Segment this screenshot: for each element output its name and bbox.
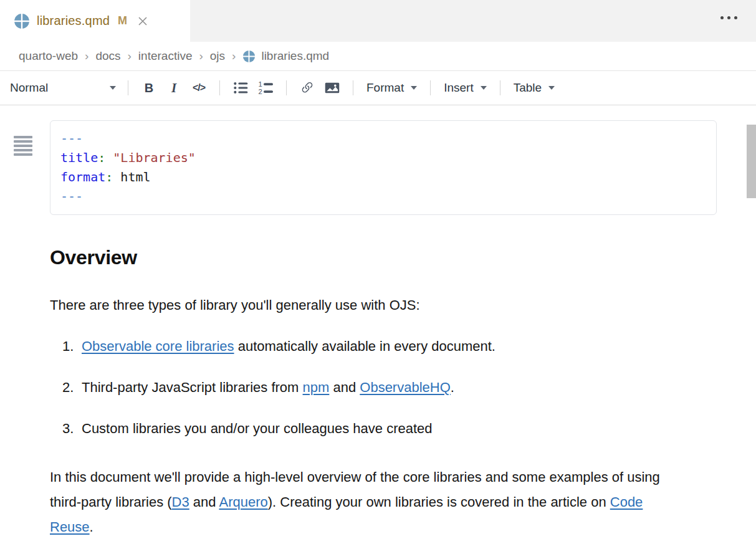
chevron-right-icon: › <box>199 49 203 63</box>
yaml-delimiter: --- <box>60 131 83 146</box>
breadcrumb-item-interactive[interactable]: interactive <box>138 49 193 63</box>
intro-paragraph: There are three types of library you'll … <box>50 297 706 314</box>
yaml-key-title: title <box>60 150 98 165</box>
insert-menu-label: Insert <box>444 81 474 95</box>
link-observable-core-libraries[interactable]: Observable core libraries <box>82 338 234 354</box>
breadcrumb-item-quarto-web[interactable]: quarto-web <box>19 49 78 63</box>
toolbar-divider <box>286 80 287 95</box>
list-item-number: 1. <box>62 338 82 355</box>
link-button[interactable] <box>295 76 320 100</box>
format-menu[interactable]: Format <box>361 81 422 95</box>
list-item-number: 2. <box>62 379 82 396</box>
svg-text:1: 1 <box>259 80 262 88</box>
italic-button[interactable]: I <box>161 76 186 100</box>
chevron-right-icon: › <box>85 49 89 63</box>
toolbar-divider <box>128 80 128 95</box>
list-item-number: 3. <box>62 420 82 437</box>
link-d3[interactable]: D3 <box>172 494 189 510</box>
bullet-list-icon <box>233 80 248 95</box>
yaml-key-format: format <box>60 170 105 184</box>
image-icon <box>325 80 340 95</box>
block-drag-handle-icon[interactable] <box>14 136 32 158</box>
toolbar-divider <box>353 80 353 95</box>
list-item-text: Custom libraries you and/or your colleag… <box>82 420 433 437</box>
quarto-logo-icon <box>14 13 30 29</box>
list-item: 1. Observable core libraries automatical… <box>62 338 706 355</box>
numbered-list-button[interactable]: 1 2 <box>253 76 278 100</box>
link-arquero[interactable]: Arquero <box>219 494 267 510</box>
paragraph-style-value: Normal <box>10 81 48 95</box>
tab-title: libraries.qmd <box>37 14 110 28</box>
link-icon <box>300 80 315 95</box>
bold-button[interactable]: B <box>136 76 161 100</box>
chevron-down-icon <box>411 86 417 90</box>
quarto-logo-icon <box>242 50 256 63</box>
formatting-toolbar: Normal B I </> 1 2 <box>0 71 756 105</box>
tab-strip-empty <box>190 0 756 42</box>
link-observablehq[interactable]: ObservableHQ <box>360 380 451 395</box>
code-button[interactable]: </> <box>186 76 211 100</box>
vertical-scrollbar[interactable] <box>747 125 756 198</box>
toolbar-divider <box>500 80 500 95</box>
tab-libraries-qmd[interactable]: libraries.qmd M <box>0 0 190 42</box>
chevron-down-icon <box>548 86 555 90</box>
yaml-line: format: html <box>60 168 706 187</box>
svg-text:2: 2 <box>259 88 262 95</box>
insert-menu[interactable]: Insert <box>439 81 492 95</box>
breadcrumb-file-label: libraries.qmd <box>261 49 329 63</box>
modified-badge: M <box>118 14 127 27</box>
yaml-line: --- <box>60 187 706 206</box>
breadcrumb-item-file[interactable]: libraries.qmd <box>242 49 329 63</box>
more-actions-icon[interactable] <box>720 16 737 19</box>
format-menu-label: Format <box>366 81 404 95</box>
list-item-text: Observable core libraries automatically … <box>82 338 495 355</box>
chevron-right-icon: › <box>232 49 236 63</box>
visual-editor-window: libraries.qmd M quarto-web › docs › inte… <box>0 0 756 554</box>
yaml-delimiter: --- <box>60 189 83 204</box>
yaml-value-title: "Libraries" <box>105 150 196 165</box>
tab-bar: libraries.qmd M <box>0 0 756 42</box>
close-icon[interactable] <box>138 16 148 26</box>
chevron-down-icon <box>481 86 487 90</box>
list-item: 3. Custom libraries you and/or your coll… <box>62 420 706 437</box>
list-item: 2. Third-party JavaScript libraries from… <box>62 379 706 396</box>
breadcrumb-item-docs[interactable]: docs <box>95 49 120 63</box>
table-menu[interactable]: Table <box>509 81 560 95</box>
yaml-value-format: html <box>113 170 150 184</box>
toolbar-divider <box>430 80 431 95</box>
document-heading: Overview <box>50 246 706 269</box>
numbered-list-icon: 1 2 <box>258 80 273 95</box>
numbered-list: 1. Observable core libraries automatical… <box>0 338 756 437</box>
paragraph-style-select[interactable]: Normal <box>9 81 120 95</box>
chevron-down-icon <box>110 86 116 90</box>
yaml-line: title: "Libraries" <box>60 148 706 168</box>
breadcrumb: quarto-web › docs › interactive › ojs › … <box>0 42 756 71</box>
chevron-right-icon: › <box>128 49 132 63</box>
yaml-line: --- <box>60 129 706 148</box>
list-item-text: Third-party JavaScript libraries from np… <box>82 379 454 396</box>
toolbar-divider <box>219 80 220 95</box>
link-npm[interactable]: npm <box>303 380 330 395</box>
editor-canvas[interactable]: --- title: "Libraries" format: html --- … <box>0 120 756 554</box>
breadcrumb-item-ojs[interactable]: ojs <box>210 49 225 63</box>
bullet-list-button[interactable] <box>228 76 253 100</box>
table-menu-label: Table <box>514 81 542 95</box>
outro-paragraph: In this document we'll provide a high-le… <box>50 465 682 540</box>
yaml-front-matter-block[interactable]: --- title: "Libraries" format: html --- <box>50 120 717 215</box>
image-button[interactable] <box>320 76 345 100</box>
